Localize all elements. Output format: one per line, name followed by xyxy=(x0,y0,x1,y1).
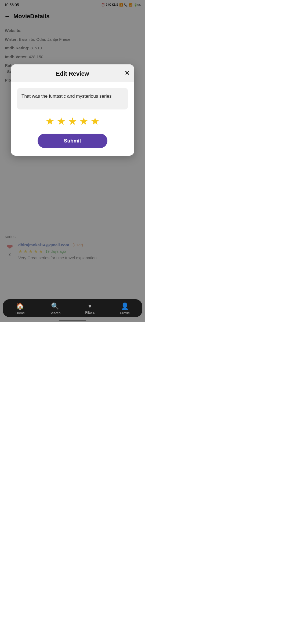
filters-icon: ▼ xyxy=(87,303,93,309)
modal-body: That was the funtastic and mysterious se… xyxy=(11,82,134,148)
star-3[interactable]: ★ xyxy=(68,115,77,127)
modal-close-button[interactable]: ✕ xyxy=(125,70,129,76)
edit-review-modal: Edit Review ✕ That was the funtastic and… xyxy=(11,64,134,156)
nav-search[interactable]: 🔍 Search xyxy=(44,302,66,315)
modal-header: Edit Review ✕ xyxy=(11,64,134,82)
profile-icon: 👤 xyxy=(121,302,129,310)
nav-profile-label: Profile xyxy=(120,311,130,315)
gesture-bar xyxy=(59,320,86,321)
nav-filters[interactable]: ▼ Filters xyxy=(79,303,101,314)
nav-profile[interactable]: 👤 Profile xyxy=(114,302,136,315)
nav-filters-label: Filters xyxy=(85,310,95,314)
search-icon: 🔍 xyxy=(51,302,59,310)
modal-title: Edit Review xyxy=(56,70,89,77)
star-1[interactable]: ★ xyxy=(45,115,55,127)
star-4[interactable]: ★ xyxy=(79,115,88,127)
star-2[interactable]: ★ xyxy=(57,115,66,127)
nav-home[interactable]: 🏠 Home xyxy=(9,302,31,315)
submit-button[interactable]: Submit xyxy=(38,134,107,148)
home-icon: 🏠 xyxy=(16,302,24,310)
bottom-nav: 🏠 Home 🔍 Search ▼ Filters 👤 Profile xyxy=(3,299,142,317)
review-text[interactable]: That was the funtastic and mysterious se… xyxy=(17,88,128,109)
nav-home-label: Home xyxy=(16,311,25,315)
modal-overlay: Edit Review ✕ That was the funtastic and… xyxy=(0,0,145,322)
star-5[interactable]: ★ xyxy=(90,115,100,127)
nav-search-label: Search xyxy=(49,311,60,315)
stars-row[interactable]: ★ ★ ★ ★ ★ xyxy=(17,115,128,127)
